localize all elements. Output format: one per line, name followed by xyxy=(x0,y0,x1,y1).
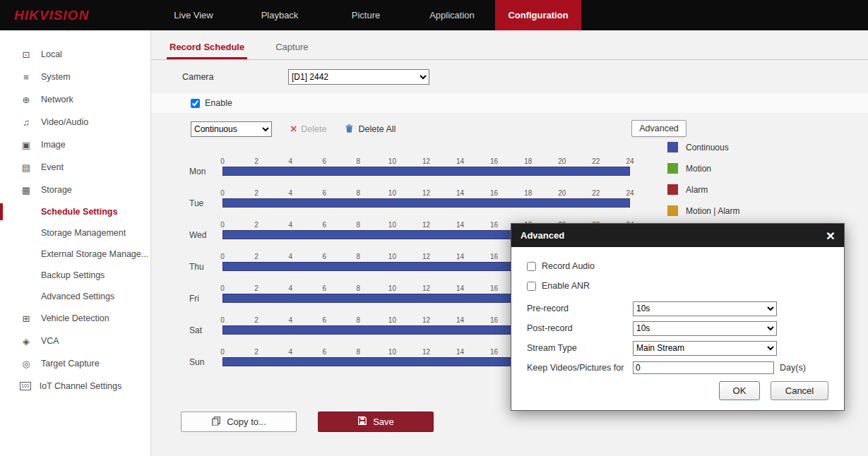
motion-alarm-swatch xyxy=(667,205,678,216)
post-record-label: Post-record xyxy=(527,323,633,333)
tick-label: 16 xyxy=(489,189,500,197)
tick-label: 6 xyxy=(319,157,330,165)
delete-label: Delete xyxy=(301,124,326,134)
sidebar-subitem-label: Backup Settings xyxy=(41,270,105,280)
delete-all-button[interactable]: Delete All xyxy=(345,124,396,136)
nav-picture[interactable]: Picture xyxy=(323,0,409,30)
delete-x-icon: × xyxy=(290,124,297,134)
tick-label: 18 xyxy=(523,189,534,197)
tick-label: 14 xyxy=(455,221,466,229)
system-icon: ≡ xyxy=(20,72,32,83)
tab-capture[interactable]: Capture xyxy=(273,42,311,59)
tick-label: 10 xyxy=(386,284,398,292)
tick-label: 6 xyxy=(319,253,330,260)
delete-button[interactable]: × Delete xyxy=(290,124,326,134)
tick-label: 14 xyxy=(455,253,466,260)
copy-to-label: Copy to... xyxy=(227,416,266,427)
sidebar-item-label: System xyxy=(41,72,71,82)
copy-to-button[interactable]: Copy to... xyxy=(181,412,297,432)
day-label: Thu xyxy=(189,262,218,272)
tick-label: 12 xyxy=(420,221,432,229)
nav-configuration[interactable]: Configuration xyxy=(495,0,581,30)
sidebar-item-storage-management[interactable]: Storage Management xyxy=(0,222,150,244)
record-audio-row: Record Audio xyxy=(527,258,828,274)
sidebar-item-system[interactable]: ≡System xyxy=(0,66,150,88)
enable-anr-row: Enable ANR xyxy=(527,278,828,294)
tick-label: 6 xyxy=(319,189,330,197)
advanced-button[interactable]: Advanced xyxy=(631,120,686,137)
tick-label: 2 xyxy=(251,221,262,229)
sidebar-item-label: Video/Audio xyxy=(41,117,88,127)
tick-label: 14 xyxy=(455,189,466,197)
sidebar-item-advanced-settings[interactable]: Advanced Settings xyxy=(0,286,150,307)
save-button[interactable]: Save xyxy=(318,412,434,432)
record-type-select[interactable]: Continuous xyxy=(191,121,272,137)
tick-label: 22 xyxy=(590,157,602,165)
sidebar-item-schedule-settings[interactable]: Schedule Settings xyxy=(0,201,150,222)
sidebar-item-event[interactable]: ▤Event xyxy=(0,156,150,179)
video-audio-icon: ♫ xyxy=(20,117,32,128)
sidebar-item-label: Network xyxy=(41,95,73,104)
dialog-body: Record Audio Enable ANR Pre-record 10s P… xyxy=(511,247,844,410)
sidebar-item-iot-channel-settings[interactable]: 101IoT Channel Settings xyxy=(0,375,150,397)
sidebar-item-image[interactable]: ▣Image xyxy=(0,133,150,156)
sidebar-item-storage[interactable]: ▦Storage xyxy=(0,179,150,201)
close-icon[interactable]: × xyxy=(826,228,835,243)
sidebar-item-backup-settings[interactable]: Backup Settings xyxy=(0,265,150,286)
cancel-button[interactable]: Cancel xyxy=(771,381,828,400)
ok-button[interactable]: OK xyxy=(719,381,760,400)
schedule-bar[interactable] xyxy=(222,198,630,208)
sidebar-item-local[interactable]: ⊡Local xyxy=(0,43,150,66)
tick-label: 14 xyxy=(455,284,466,292)
schedule-bar-track[interactable] xyxy=(222,198,630,208)
enable-checkbox[interactable] xyxy=(191,99,200,108)
sidebar-item-label: Storage xyxy=(41,185,72,195)
sidebar-item-network[interactable]: ⊕Network xyxy=(0,88,150,111)
tab-record-schedule[interactable]: Record Schedule xyxy=(167,42,247,59)
tick-label: 8 xyxy=(352,316,364,324)
legend-label: Continuous xyxy=(686,143,729,152)
copy-icon xyxy=(211,416,221,428)
tick-label: 16 xyxy=(489,284,500,292)
keep-days-suffix: Day(s) xyxy=(780,363,806,373)
sidebar-item-vehicle-detection[interactable]: ⊞Vehicle Detection xyxy=(0,307,150,330)
schedule-row: Mon 024681012141618202224 xyxy=(189,155,648,186)
sidebar: ⊡Local ≡System ⊕Network ♫Video/Audio ▣Im… xyxy=(0,30,151,456)
camera-select[interactable]: [D1] 2442 xyxy=(288,69,429,85)
keep-days-input[interactable] xyxy=(633,361,774,374)
tick-label: 6 xyxy=(319,348,330,356)
camera-row: Camera [D1] 2442 xyxy=(182,69,868,85)
post-record-select[interactable]: 10s xyxy=(633,321,777,336)
tick-label: 10 xyxy=(386,189,398,197)
pre-record-select[interactable]: 10s xyxy=(633,301,777,316)
schedule-bar[interactable] xyxy=(222,167,630,176)
sidebar-item-target-capture[interactable]: ◎Target Capture xyxy=(0,352,150,375)
tick-label: 0 xyxy=(217,316,228,324)
tick-label: 10 xyxy=(386,348,398,356)
tick-label: 4 xyxy=(285,253,296,260)
tick-label: 12 xyxy=(420,284,432,292)
sidebar-item-external-storage[interactable]: External Storage Manage... xyxy=(0,244,150,265)
sidebar-item-label: Vehicle Detection xyxy=(41,313,109,323)
tick-label: 0 xyxy=(217,221,228,229)
event-icon: ▤ xyxy=(20,162,32,173)
enable-anr-checkbox[interactable] xyxy=(527,282,536,291)
schedule-bar-track[interactable] xyxy=(222,167,630,176)
sidebar-item-label: VCA xyxy=(41,336,59,346)
nav-playback[interactable]: Playback xyxy=(237,0,323,30)
storage-icon: ▦ xyxy=(20,185,32,196)
legend-item-alarm: Alarm xyxy=(667,184,739,195)
continuous-swatch xyxy=(667,142,678,152)
dialog-actions: OK Cancel xyxy=(527,381,828,400)
nav-live-view[interactable]: Live View xyxy=(150,0,237,30)
tick-label: 10 xyxy=(386,221,398,229)
sidebar-item-video-audio[interactable]: ♫Video/Audio xyxy=(0,111,150,133)
stream-type-select[interactable]: Main Stream xyxy=(633,341,777,356)
tick-label: 8 xyxy=(352,253,364,260)
nav-application[interactable]: Application xyxy=(409,0,495,30)
brand-logo: HIKVISION xyxy=(0,0,150,30)
target-capture-icon: ◎ xyxy=(20,359,32,369)
record-audio-checkbox[interactable] xyxy=(527,262,536,271)
sidebar-item-vca[interactable]: ◈VCA xyxy=(0,330,150,352)
tabstrip: Record Schedule Capture xyxy=(151,30,868,60)
